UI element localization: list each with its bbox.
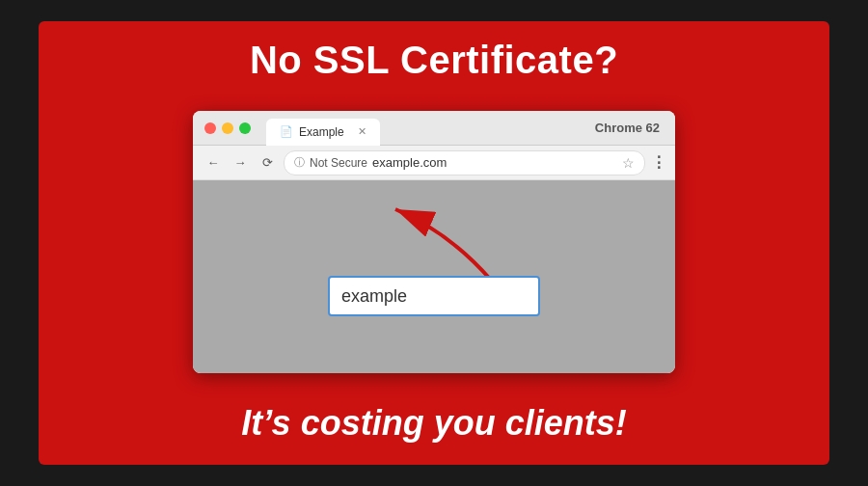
tab-page-icon: 📄: [280, 125, 293, 138]
main-card: No SSL Certificate? 📄 Example ✕ Chrome 6…: [39, 21, 829, 465]
browser-toolbar: ← → ⟳ ⓘ Not Secure example.com ☆ ⋮: [193, 146, 675, 180]
close-dot: [204, 122, 216, 134]
url-display: example.com: [372, 155, 447, 170]
browser-titlebar: 📄 Example ✕ Chrome 62: [193, 111, 675, 146]
tab-area: 📄 Example ✕: [266, 115, 595, 142]
security-icon: ⓘ: [294, 155, 305, 170]
tab-title: Example: [299, 125, 344, 139]
traffic-lights: [204, 122, 251, 134]
example-input[interactable]: example: [328, 276, 540, 316]
input-value: example: [341, 286, 407, 307]
bookmark-icon[interactable]: ☆: [622, 155, 635, 171]
top-headline: No SSL Certificate?: [250, 39, 618, 81]
forward-button[interactable]: →: [230, 152, 251, 174]
chrome-version-label: Chrome 62: [595, 121, 664, 135]
minimize-dot: [222, 122, 233, 134]
reload-button[interactable]: ⟳: [257, 152, 278, 174]
browser-menu-icon[interactable]: ⋮: [651, 153, 665, 172]
bottom-headline: It’s costing you clients!: [241, 403, 626, 444]
back-button[interactable]: ←: [203, 152, 224, 174]
tab-close-icon[interactable]: ✕: [358, 125, 366, 138]
address-bar[interactable]: ⓘ Not Secure example.com ☆: [284, 150, 645, 176]
browser-mockup: 📄 Example ✕ Chrome 62 ← → ⟳ ⓘ Not Secure…: [193, 111, 675, 373]
browser-content: example: [193, 180, 675, 373]
browser-tab[interactable]: 📄 Example ✕: [266, 119, 380, 146]
maximize-dot: [239, 122, 251, 134]
not-secure-label: Not Secure: [310, 156, 367, 170]
